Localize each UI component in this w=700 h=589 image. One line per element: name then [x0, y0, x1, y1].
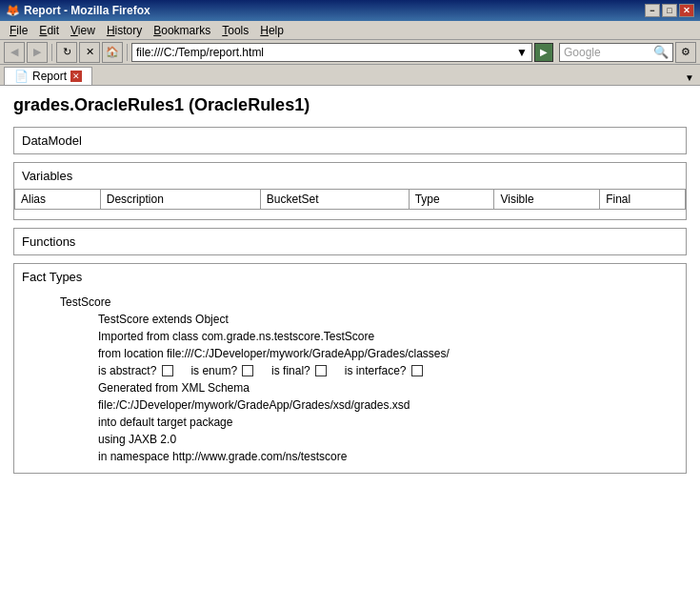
col-bucketset: BucketSet — [260, 190, 409, 210]
window-title: Report - Mozilla Firefox — [24, 4, 150, 17]
tab-close-button[interactable]: ✕ — [70, 71, 82, 82]
extends-line: TestScore extends Object — [98, 311, 678, 328]
go-button[interactable]: ▶ — [534, 43, 553, 62]
search-placeholder: Google — [564, 46, 653, 59]
settings-button[interactable]: ⚙ — [675, 42, 696, 63]
into-line: into default target package — [98, 414, 678, 431]
using-line: using JAXB 2.0 — [98, 431, 678, 448]
report-tab[interactable]: 📄 Report ✕ — [4, 67, 92, 85]
class-name: TestScore — [60, 294, 678, 311]
menu-history[interactable]: History — [101, 22, 148, 39]
is-interface-checkbox[interactable] — [411, 365, 423, 376]
is-enum-checkbox[interactable] — [242, 365, 253, 376]
toolbar: ◀ ▶ ↻ ✕ 🏠 file:///C:/Temp/report.html ▼ … — [0, 40, 700, 65]
schema-file: file:/C:/JDeveloper/mywork/GradeApp/Grad… — [98, 396, 678, 414]
col-alias: Alias — [15, 190, 101, 210]
generated-line: Generated from XML Schema — [98, 379, 678, 396]
maximize-button[interactable]: □ — [662, 4, 677, 17]
search-bar[interactable]: Google 🔍 — [559, 43, 673, 62]
datamodel-header: DataModel — [14, 128, 686, 153]
variables-header: Variables — [14, 163, 686, 189]
variables-section: Variables Alias Description BucketSet Ty… — [13, 162, 687, 220]
forward-button[interactable]: ▶ — [27, 42, 48, 63]
col-type: Type — [409, 190, 494, 210]
menu-view[interactable]: View — [65, 22, 101, 39]
tab-label: Report — [32, 70, 67, 83]
address-dropdown-icon[interactable]: ▼ — [516, 46, 528, 59]
col-visible: Visible — [494, 190, 600, 210]
col-description: Description — [100, 190, 260, 210]
tab-bar: 📄 Report ✕ ▼ — [0, 65, 700, 86]
functions-section: Functions — [13, 228, 687, 255]
firefox-icon: 🦊 — [6, 4, 20, 17]
variables-empty-row — [15, 210, 686, 219]
close-button[interactable]: ✕ — [679, 4, 694, 17]
tab-icon: 📄 — [14, 70, 29, 83]
is-final-label: is final? — [271, 364, 310, 377]
is-abstract-checkbox[interactable] — [162, 365, 173, 376]
namespace-line: in namespace http://www.grade.com/ns/tes… — [98, 448, 678, 465]
title-bar: 🦊 Report - Mozilla Firefox − □ ✕ — [0, 0, 700, 21]
stop-button[interactable]: ✕ — [79, 42, 100, 63]
menu-file[interactable]: File — [4, 22, 33, 39]
address-bar[interactable]: file:///C:/Temp/report.html ▼ — [131, 43, 532, 62]
fact-types-header: Fact Types — [14, 264, 686, 290]
window-controls: − □ ✕ — [645, 4, 694, 17]
imported-line: Imported from class com.grade.ns.testsco… — [98, 328, 678, 345]
content-area: grades.OracleRules1 (OracleRules1) DataM… — [0, 86, 700, 589]
is-final-checkbox[interactable] — [315, 365, 327, 376]
fact-types-content: TestScore TestScore extends Object Impor… — [14, 290, 686, 473]
minimize-button[interactable]: − — [645, 4, 660, 17]
is-interface-label: is interface? — [345, 364, 407, 377]
address-text: file:///C:/Temp/report.html — [136, 46, 516, 59]
menu-bookmarks[interactable]: Bookmarks — [148, 22, 216, 39]
datamodel-section: DataModel — [13, 127, 687, 154]
menu-bar: File Edit View History Bookmarks Tools H… — [0, 21, 700, 40]
is-abstract-label: is abstract? — [98, 364, 156, 377]
is-enum-label: is enum? — [190, 364, 237, 377]
checkboxes-line: is abstract? is enum? is final? is inter… — [98, 362, 678, 379]
home-button[interactable]: 🏠 — [102, 42, 123, 63]
toolbar-separator-1 — [51, 44, 52, 61]
title-bar-left: 🦊 Report - Mozilla Firefox — [6, 4, 150, 17]
toolbar-separator-2 — [127, 44, 128, 61]
menu-tools[interactable]: Tools — [216, 22, 254, 39]
reload-button[interactable]: ↻ — [56, 42, 77, 63]
functions-header: Functions — [14, 229, 686, 254]
back-button[interactable]: ◀ — [4, 42, 25, 63]
menu-help[interactable]: Help — [254, 22, 290, 39]
variables-table: Alias Description BucketSet Type Visible… — [14, 189, 686, 219]
col-final: Final — [600, 190, 686, 210]
from-location: from location file:///C:/JDeveloper/mywo… — [98, 345, 678, 362]
fact-types-section: Fact Types TestScore TestScore extends O… — [13, 263, 687, 474]
page-title: grades.OracleRules1 (OracleRules1) — [13, 95, 687, 115]
tab-scroll-icon[interactable]: ▼ — [683, 71, 696, 85]
search-icon[interactable]: 🔍 — [653, 45, 669, 59]
variables-header-row: Alias Description BucketSet Type Visible… — [15, 190, 686, 210]
menu-edit[interactable]: Edit — [33, 22, 65, 39]
